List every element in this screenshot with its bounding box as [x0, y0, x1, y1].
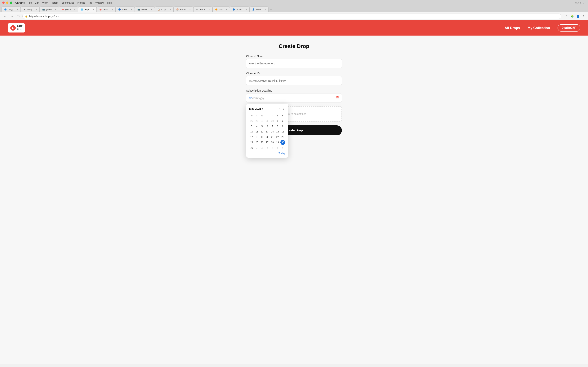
- tab-home[interactable]: 🏠 Home... ✕: [173, 7, 193, 12]
- cal-day[interactable]: 7: [270, 124, 275, 129]
- cal-day[interactable]: 21: [270, 134, 275, 140]
- tab-504[interactable]: 🔶 504... ✕: [212, 7, 230, 12]
- tab-close-icon[interactable]: ✕: [130, 8, 132, 11]
- cal-day[interactable]: 12: [259, 129, 264, 134]
- cal-day[interactable]: 25: [254, 140, 259, 145]
- cal-day[interactable]: 3: [249, 124, 254, 129]
- cal-day[interactable]: 11: [254, 129, 259, 134]
- cal-day[interactable]: 15: [275, 129, 280, 134]
- cal-day[interactable]: 19: [259, 134, 264, 140]
- minimize-dot[interactable]: [6, 1, 9, 4]
- menu-file[interactable]: File: [28, 1, 32, 4]
- new-tab-button[interactable]: +: [268, 7, 274, 12]
- menu-edit[interactable]: Edit: [35, 1, 39, 4]
- cal-day[interactable]: 5: [275, 145, 280, 150]
- cal-day[interactable]: 28: [259, 118, 264, 124]
- back-button[interactable]: ←: [2, 14, 8, 19]
- tab-close-icon[interactable]: ✕: [55, 8, 56, 11]
- cal-day[interactable]: 2: [280, 118, 285, 124]
- cal-day[interactable]: 6: [265, 124, 269, 129]
- cal-day[interactable]: 4: [270, 145, 275, 150]
- tab-youtu2[interactable]: 🐙 youtu... ✕: [59, 7, 78, 12]
- channel-id-input[interactable]: [246, 76, 342, 85]
- tab-close-icon[interactable]: ✕: [35, 8, 37, 11]
- tab-close-icon[interactable]: ✕: [189, 8, 191, 11]
- wallet-button[interactable]: 0xaB927F: [558, 24, 580, 32]
- cal-day[interactable]: 31: [249, 145, 254, 150]
- tab-polyg[interactable]: 🔷 polyg... ✕: [1, 7, 21, 12]
- tab-close-icon[interactable]: ✕: [17, 8, 18, 11]
- cal-day[interactable]: 27: [265, 140, 269, 145]
- tab-https[interactable]: 🌐 https... ✕: [78, 7, 97, 12]
- cal-day[interactable]: 2: [259, 145, 264, 150]
- tab-close-icon[interactable]: ✕: [92, 8, 94, 11]
- channel-name-input[interactable]: [246, 59, 342, 68]
- cal-day[interactable]: 18: [254, 134, 259, 140]
- cal-day[interactable]: 10: [249, 129, 254, 134]
- calendar-next-button[interactable]: ↓: [282, 107, 285, 111]
- cal-day[interactable]: 22: [275, 134, 280, 140]
- tab-close-icon[interactable]: ✕: [264, 8, 266, 11]
- cal-day[interactable]: 13: [265, 129, 269, 134]
- cal-day[interactable]: 29: [265, 118, 269, 124]
- tab-close-icon[interactable]: ✕: [226, 8, 227, 11]
- cal-day-selected[interactable]: 30: [280, 140, 285, 145]
- menu-view[interactable]: View: [42, 1, 47, 4]
- cal-day[interactable]: 17: [249, 134, 254, 140]
- cal-day[interactable]: 3: [265, 145, 269, 150]
- tab-close-icon[interactable]: ✕: [169, 8, 171, 11]
- cal-day[interactable]: 30: [270, 118, 275, 124]
- tab-teleg[interactable]: ✈ Teleg... ✕: [21, 7, 40, 12]
- profile-icon[interactable]: 👤: [576, 14, 580, 18]
- cal-day[interactable]: 1: [275, 118, 280, 124]
- url-bar[interactable]: 🔒 https://www.ytdrop.xyz/new: [22, 14, 562, 19]
- menu-profiles[interactable]: Profiles: [77, 1, 85, 4]
- cal-day[interactable]: 26: [259, 140, 264, 145]
- my-collection-nav[interactable]: My Collection: [527, 26, 550, 30]
- today-button[interactable]: Today: [278, 152, 285, 155]
- tab-subm[interactable]: 🔵 Subm... ✕: [230, 7, 249, 12]
- tab-close-icon[interactable]: ✕: [151, 8, 152, 11]
- cal-day[interactable]: 16: [280, 129, 285, 134]
- bookmark-icon[interactable]: ☆: [564, 14, 569, 18]
- extensions-icon[interactable]: 🧩: [570, 14, 574, 18]
- cal-day[interactable]: 27: [254, 118, 259, 124]
- tab-copy[interactable]: 📋 Copy... ✕: [155, 7, 173, 12]
- tab-inbox[interactable]: ✉ Inbox... ✕: [193, 7, 212, 12]
- cal-day[interactable]: 1: [254, 145, 259, 150]
- menu-chrome[interactable]: Chrome: [15, 1, 25, 4]
- tab-close-icon[interactable]: ✕: [74, 8, 76, 11]
- menu-window[interactable]: Window: [95, 1, 104, 4]
- cal-day[interactable]: 6: [280, 145, 285, 150]
- cal-day[interactable]: 5: [259, 124, 264, 129]
- calendar-prev-button[interactable]: ↑: [277, 107, 281, 111]
- menu-help[interactable]: Help: [107, 1, 112, 4]
- tab-close-icon[interactable]: ✕: [111, 8, 113, 11]
- cal-day[interactable]: 8: [275, 124, 280, 129]
- tab-close-icon[interactable]: ✕: [208, 8, 210, 11]
- menu-tab[interactable]: Tab: [88, 1, 92, 4]
- cal-day[interactable]: 9: [280, 124, 285, 129]
- cal-day[interactable]: 28: [270, 140, 275, 145]
- cal-day[interactable]: 26: [249, 118, 254, 124]
- reload-button[interactable]: ↻: [16, 14, 21, 19]
- forward-button[interactable]: →: [9, 14, 15, 19]
- cal-day[interactable]: 20: [265, 134, 269, 140]
- tab-myiel[interactable]: 👤 Myiel... ✕: [250, 7, 268, 12]
- tab-gallo[interactable]: 🐙 Gallo... ✕: [97, 7, 116, 12]
- date-input[interactable]: dd /mm/yyyy 📅: [246, 93, 342, 102]
- tab-youtu1[interactable]: 📺 youtu... ✕: [40, 7, 59, 12]
- cal-day[interactable]: 4: [254, 124, 259, 129]
- tab-close-icon[interactable]: ✕: [245, 8, 247, 11]
- cal-day[interactable]: 24: [249, 140, 254, 145]
- tab-youtube[interactable]: 📺 YouTu... ✕: [135, 7, 155, 12]
- close-dot[interactable]: [2, 1, 5, 4]
- tab-proof[interactable]: 🔵 Proof... ✕: [116, 7, 135, 12]
- menu-history[interactable]: History: [51, 1, 58, 4]
- menu-dots-icon[interactable]: ⋮: [581, 14, 586, 18]
- all-drops-nav[interactable]: All Drops: [505, 26, 520, 30]
- menu-bookmarks[interactable]: Bookmarks: [61, 1, 74, 4]
- maximize-dot[interactable]: [10, 1, 12, 4]
- cal-day[interactable]: 29: [275, 140, 280, 145]
- cal-day[interactable]: 23: [280, 134, 285, 140]
